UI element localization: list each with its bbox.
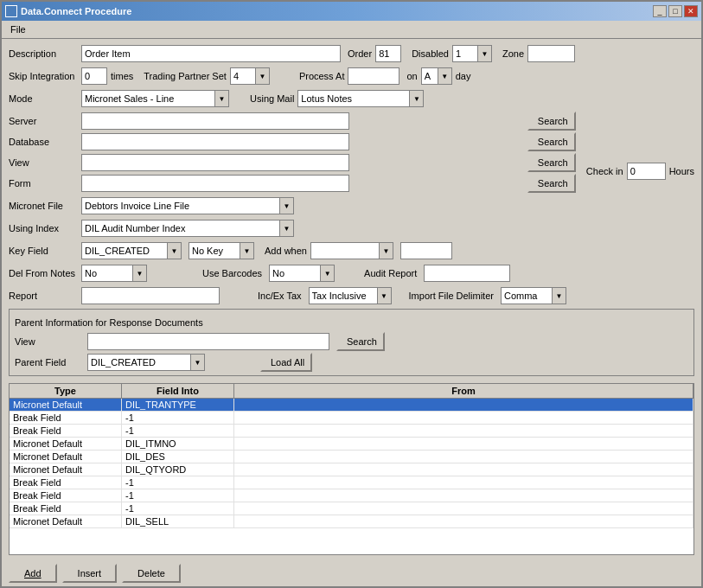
table-row[interactable]: Break Field -1: [10, 425, 693, 438]
no-key-input[interactable]: [189, 242, 240, 259]
cell-from: [234, 412, 693, 424]
micronet-file-input[interactable]: [81, 197, 280, 214]
cell-field: DIL_TRANTYPE: [122, 399, 234, 411]
data-grid: Type Field Into From Micronet Default DI…: [9, 383, 694, 555]
report-input[interactable]: [81, 287, 220, 304]
minimize-button[interactable]: _: [653, 5, 667, 17]
order-input[interactable]: [375, 45, 401, 62]
day-label: day: [456, 71, 471, 81]
form-input[interactable]: [81, 175, 349, 192]
server-input[interactable]: [81, 112, 349, 130]
parent-view-search-button[interactable]: Search: [336, 332, 385, 351]
zone-input[interactable]: [527, 45, 575, 62]
table-row[interactable]: Micronet Default DIL_TRANTYPE: [10, 399, 693, 412]
cell-from: [234, 399, 693, 411]
report-row: Report Inc/Ex Tax ▼ Import File Delimite…: [9, 286, 694, 305]
trading-partner-input[interactable]: [230, 67, 256, 85]
parent-field-combo: ▼: [87, 354, 205, 371]
import-delimiter-dropdown-btn[interactable]: ▼: [553, 287, 566, 304]
inc-ex-tax-dropdown-btn[interactable]: ▼: [378, 287, 392, 304]
trading-partner-label: Trading Partner Set: [144, 71, 227, 81]
add-when-input[interactable]: [310, 242, 380, 259]
view-search-button[interactable]: Search: [527, 153, 576, 172]
del-from-notes-row: Del From Notes ▼ Use Barcodes ▼ Audit Re…: [9, 264, 694, 283]
parent-view-input[interactable]: [87, 333, 329, 350]
database-search-button[interactable]: Search: [527, 132, 576, 151]
trading-partner-dropdown-btn[interactable]: ▼: [256, 67, 270, 85]
checkin-input[interactable]: [627, 163, 666, 180]
database-label: Database: [9, 137, 78, 147]
cell-type: Break Field: [10, 489, 122, 502]
inc-ex-tax-input[interactable]: [309, 287, 378, 304]
table-row[interactable]: Micronet Default DIL_ITMNO: [10, 438, 693, 451]
add-when-value-input[interactable]: [400, 242, 452, 259]
col-header-field: Field Into: [122, 384, 234, 398]
import-delimiter-input[interactable]: [501, 287, 553, 304]
parent-info-header-row: Parent Information for Response Document…: [15, 313, 688, 332]
use-barcodes-input[interactable]: [269, 265, 321, 282]
main-window: Data.Connect Procedure _ □ ✕ File Descri…: [0, 0, 703, 588]
cell-from: [234, 451, 693, 463]
database-row: Database: [9, 132, 524, 151]
day-input[interactable]: [421, 67, 438, 85]
disabled-label: Disabled: [412, 48, 449, 59]
using-index-dropdown-btn[interactable]: ▼: [280, 220, 294, 237]
key-field-input[interactable]: [81, 242, 168, 259]
view-input[interactable]: [81, 154, 349, 171]
micronet-file-combo: ▼: [81, 197, 294, 214]
insert-button[interactable]: Insert: [62, 564, 118, 583]
table-row[interactable]: Break Field -1: [10, 489, 693, 502]
load-all-button[interactable]: Load All: [260, 353, 312, 372]
cell-type: Break Field: [10, 476, 122, 489]
parent-field-label: Parent Field: [15, 357, 84, 368]
parent-field-dropdown-btn[interactable]: ▼: [191, 354, 205, 371]
mode-label: Mode: [9, 93, 78, 104]
import-delimiter-combo: ▼: [501, 287, 566, 304]
add-when-dropdown-btn[interactable]: ▼: [380, 242, 393, 259]
parent-info-section: Parent Information for Response Document…: [9, 309, 694, 376]
close-button[interactable]: ✕: [684, 5, 698, 17]
process-at-input[interactable]: [348, 67, 399, 85]
server-search-button[interactable]: Search: [527, 112, 576, 131]
cell-type: Micronet Default: [10, 399, 122, 411]
use-barcodes-dropdown-btn[interactable]: ▼: [321, 265, 335, 282]
day-dropdown-btn[interactable]: ▼: [438, 67, 452, 85]
del-from-notes-input[interactable]: [81, 265, 133, 282]
add-when-label: Add when: [265, 246, 307, 256]
key-field-dropdown-btn[interactable]: ▼: [168, 242, 182, 259]
table-row[interactable]: Break Field -1: [10, 412, 693, 425]
micronet-file-row: Micronet File ▼: [9, 196, 694, 215]
disabled-input[interactable]: [452, 45, 478, 62]
using-index-input[interactable]: [81, 220, 280, 237]
times-label: times: [111, 71, 133, 81]
delete-button[interactable]: Delete: [122, 564, 181, 583]
skip-input[interactable]: [81, 67, 107, 85]
maximize-button[interactable]: □: [668, 5, 682, 17]
table-row[interactable]: Micronet Default DIL_QTYORD: [10, 463, 693, 476]
key-field-label: Key Field: [9, 246, 78, 256]
table-row[interactable]: Micronet Default DIL_DES: [10, 451, 693, 463]
del-from-notes-dropdown-btn[interactable]: ▼: [133, 265, 147, 282]
table-row[interactable]: Break Field -1: [10, 502, 693, 515]
server-section: Server Database View Form: [9, 112, 694, 193]
using-mail-input[interactable]: [297, 90, 410, 107]
audit-report-label: Audit Report: [364, 268, 417, 278]
cell-type: Break Field: [10, 502, 122, 514]
form-search-button[interactable]: Search: [527, 174, 576, 193]
description-input[interactable]: [81, 45, 341, 62]
file-menu[interactable]: File: [5, 22, 31, 36]
parent-field-input[interactable]: [87, 354, 191, 371]
no-key-dropdown-btn[interactable]: ▼: [240, 242, 254, 259]
disabled-dropdown-btn[interactable]: ▼: [478, 45, 492, 62]
table-row[interactable]: Micronet Default DIL_SELL: [10, 515, 693, 528]
add-button[interactable]: Add: [9, 564, 57, 583]
mode-dropdown-btn[interactable]: ▼: [215, 90, 229, 107]
cell-field: -1: [122, 502, 234, 514]
table-row[interactable]: Break Field -1: [10, 476, 693, 489]
database-input[interactable]: [81, 133, 349, 150]
audit-report-input[interactable]: [424, 265, 510, 282]
using-mail-dropdown-btn[interactable]: ▼: [410, 90, 424, 107]
micronet-file-dropdown-btn[interactable]: ▼: [280, 197, 294, 214]
mode-input[interactable]: [81, 90, 215, 107]
disabled-combo: ▼: [452, 45, 492, 62]
